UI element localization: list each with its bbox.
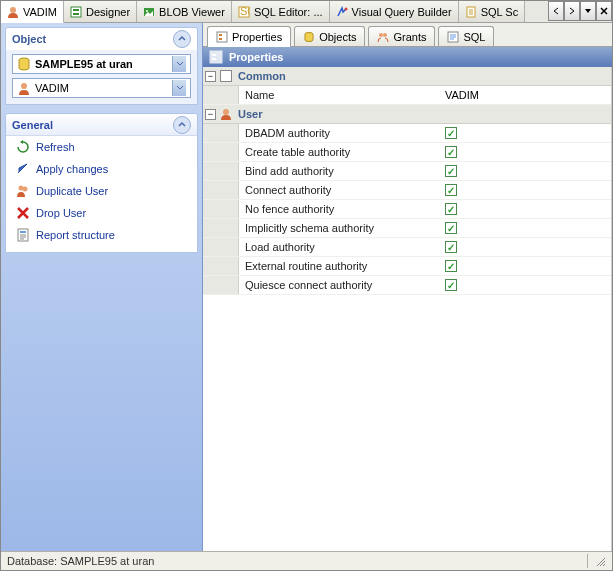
action-refresh[interactable]: Refresh	[6, 136, 197, 158]
user-icon	[17, 81, 31, 95]
tab-sql-script[interactable]: SQL Sc	[459, 1, 526, 22]
action-label: Duplicate User	[36, 185, 108, 197]
svg-rect-15	[20, 231, 26, 233]
objects-icon	[303, 31, 315, 43]
prop-row[interactable]: No fence authority ✓	[203, 200, 611, 219]
database-dropdown[interactable]: SAMPLE95 at uran	[12, 54, 191, 74]
svg-rect-3	[73, 13, 79, 15]
prop-checkbox[interactable]: ✓	[439, 222, 611, 235]
vqb-icon	[336, 6, 348, 18]
collapse-icon[interactable]: −	[205, 109, 216, 120]
prop-label: Quiesce connect authority	[239, 279, 439, 291]
duplicate-icon	[16, 184, 30, 198]
tab-label: VADIM	[23, 6, 57, 18]
general-panel: General Refresh Apply changes Duplicate …	[5, 113, 198, 253]
user-dropdown[interactable]: VADIM	[12, 78, 191, 98]
object-panel-header: Object	[6, 28, 197, 50]
prop-row[interactable]: DBADM authority ✓	[203, 124, 611, 143]
prop-label: Load authority	[239, 241, 439, 253]
collapse-button[interactable]	[173, 116, 191, 134]
action-label: Refresh	[36, 141, 75, 153]
tab-scroll-right[interactable]	[564, 1, 580, 21]
prop-value: VADIM	[439, 89, 611, 101]
refresh-icon	[16, 140, 30, 154]
database-icon	[17, 57, 31, 71]
prop-row[interactable]: Implicitly schema authority ✓	[203, 219, 611, 238]
svg-point-13	[23, 187, 28, 192]
general-panel-title: General	[12, 119, 53, 131]
action-report[interactable]: Report structure	[6, 224, 197, 246]
tab-designer[interactable]: Designer	[64, 1, 137, 22]
tab-label: Visual Query Builder	[352, 6, 452, 18]
prop-row[interactable]: Load authority ✓	[203, 238, 611, 257]
prop-checkbox[interactable]: ✓	[439, 184, 611, 197]
resize-grip[interactable]	[594, 555, 606, 567]
subtab-label: SQL	[463, 31, 485, 43]
tab-label: SQL Editor: ...	[254, 6, 323, 18]
prop-checkbox[interactable]: ✓	[439, 165, 611, 178]
action-apply[interactable]: Apply changes	[6, 158, 197, 180]
tab-sql-editor[interactable]: SQ SQL Editor: ...	[232, 1, 330, 22]
prop-label: Name	[239, 89, 439, 101]
prop-row[interactable]: Create table authority ✓	[203, 143, 611, 162]
tab-list[interactable]	[580, 1, 596, 21]
prop-row[interactable]: Quiesce connect authority ✓	[203, 276, 611, 295]
prop-checkbox[interactable]: ✓	[439, 279, 611, 292]
prop-row-name[interactable]: Name VADIM	[203, 86, 611, 105]
tab-blob-viewer[interactable]: BLOB Viewer	[137, 1, 232, 22]
properties-body: − Common Name VADIM − User DBADM authori…	[203, 67, 612, 552]
user-icon	[7, 6, 19, 18]
prop-row[interactable]: Connect authority ✓	[203, 181, 611, 200]
tab-visual-query[interactable]: Visual Query Builder	[330, 1, 459, 22]
tab-label: Designer	[86, 6, 130, 18]
prop-row[interactable]: Bind add authority ✓	[203, 162, 611, 181]
properties-title: Properties	[229, 51, 283, 63]
user-name: VADIM	[35, 82, 172, 94]
group-common[interactable]: − Common	[203, 67, 611, 86]
svg-rect-25	[212, 58, 216, 60]
object-panel-title: Object	[12, 33, 46, 45]
top-tabstrip: VADIM Designer BLOB Viewer SQ SQL Editor…	[1, 1, 612, 23]
apply-icon	[16, 162, 30, 176]
prop-label: Bind add authority	[239, 165, 439, 177]
tab-scroll-left[interactable]	[548, 1, 564, 21]
svg-text:SQ: SQ	[240, 6, 250, 17]
prop-label: No fence authority	[239, 203, 439, 215]
group-checkbox[interactable]	[220, 70, 232, 82]
prop-checkbox[interactable]: ✓	[439, 203, 611, 216]
prop-label: Connect authority	[239, 184, 439, 196]
subtab-grants[interactable]: Grants	[368, 26, 435, 46]
prop-row[interactable]: External routine authority ✓	[203, 257, 611, 276]
statusbar: Database: SAMPLE95 at uran	[1, 551, 612, 570]
svg-rect-18	[219, 38, 222, 40]
svg-rect-17	[219, 34, 222, 36]
prop-checkbox[interactable]: ✓	[439, 260, 611, 273]
right-content: Properties Objects Grants SQL Properties…	[203, 23, 612, 552]
tab-close[interactable]	[596, 1, 612, 21]
subtab-objects[interactable]: Objects	[294, 26, 365, 46]
tab-label: SQL Sc	[481, 6, 519, 18]
prop-checkbox[interactable]: ✓	[439, 127, 611, 140]
action-label: Report structure	[36, 229, 115, 241]
tab-label: BLOB Viewer	[159, 6, 225, 18]
tab-vadim[interactable]: VADIM	[1, 1, 64, 23]
report-icon	[16, 228, 30, 242]
grants-icon	[377, 31, 389, 43]
action-drop[interactable]: Drop User	[6, 202, 197, 224]
svg-rect-24	[212, 54, 216, 56]
props-header-icon	[209, 50, 223, 64]
user-icon	[220, 108, 232, 120]
subtab-sql[interactable]: SQL	[438, 26, 494, 46]
designer-icon	[70, 6, 82, 18]
prop-checkbox[interactable]: ✓	[439, 241, 611, 254]
prop-checkbox[interactable]: ✓	[439, 146, 611, 159]
chevron-down-icon	[172, 56, 186, 72]
action-duplicate[interactable]: Duplicate User	[6, 180, 197, 202]
properties-header: Properties	[203, 47, 612, 67]
collapse-button[interactable]	[173, 30, 191, 48]
collapse-icon[interactable]: −	[205, 71, 216, 82]
group-user[interactable]: − User	[203, 105, 611, 124]
prop-label: Create table authority	[239, 146, 439, 158]
svg-point-5	[146, 10, 148, 12]
subtab-properties[interactable]: Properties	[207, 26, 291, 47]
